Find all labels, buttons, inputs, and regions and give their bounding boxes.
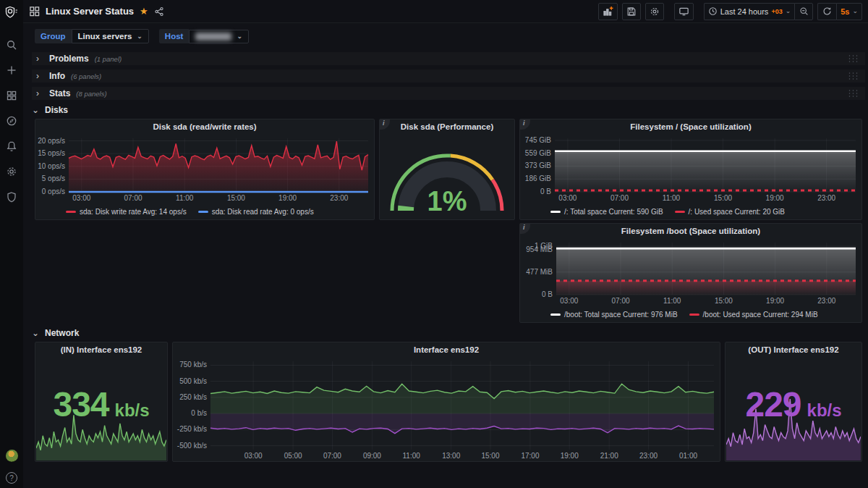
row-info[interactable]: › Info (6 panels) [32,70,865,83]
row-title: Stats [49,88,70,98]
help-icon[interactable]: ? [6,472,17,484]
legend-item[interactable]: /boot: Total space Current: 976 MiB [550,311,678,319]
panel-title[interactable]: Interface ens192 [173,342,720,357]
refresh-interval-label: 5s [841,7,849,16]
row-drag-handle[interactable] [848,54,859,63]
dashboards-icon[interactable] [4,88,20,104]
x-tick-label: 03:00 [244,452,263,460]
share-icon[interactable] [154,7,164,17]
x-tick-label: 01:00 [679,452,697,460]
search-icon[interactable] [4,37,20,53]
net-interface-chart[interactable]: 03:0005:0007:0009:0011:0013:0015:0017:00… [173,357,720,461]
configuration-gear-icon[interactable] [4,164,20,180]
y-tick-label: 20 ops/s [38,137,65,145]
user-avatar[interactable] [6,450,18,462]
dashboard-title[interactable]: Linux Server Status [46,6,134,17]
fs-root-chart[interactable]: 03:0007:0011:0015:0019:0023:000 B186 GiB… [520,134,861,203]
stat-value: 334 [53,384,109,424]
legend-label: sda: Disk write rate Avg: 14 ops/s [80,208,187,216]
panel-title[interactable]: (IN) Interface ens192 [35,342,167,357]
dashboard-settings-button[interactable] [645,3,664,20]
row-disks[interactable]: ⌄ Disks [32,104,68,117]
stat-value-block: 229 kb/s [726,384,861,424]
y-tick-label: 373 GiB [525,161,551,169]
host-variable-select[interactable]: ⌄ [189,30,249,43]
chart-svg: 03:0007:0011:0015:0019:0023:000 B477 MiB… [520,238,861,306]
row-drag-handle[interactable] [848,72,859,80]
refresh-button[interactable] [817,3,836,20]
host-variable-label: Host [159,29,190,43]
x-tick-label: 11:00 [403,452,421,460]
x-tick-label: 11:00 [663,194,681,202]
panel-title[interactable]: Disk sda (Performance) [380,119,514,134]
y-tick-label: 5 ops/s [42,174,65,182]
time-range-picker[interactable]: Last 24 hours +03 ⌄ [704,3,794,20]
y-tick-label: -500 kb/s [177,442,207,450]
x-tick-label: 23:00 [330,194,348,202]
row-drag-handle[interactable] [848,89,859,98]
x-tick-label: 07:00 [124,194,142,202]
submenu: Group Linux servers ⌄ Host ⌄ [23,23,868,49]
time-range-label: Last 24 hours [720,7,769,16]
chevron-right-icon: › [36,54,43,64]
favorite-star-icon[interactable]: ★ [140,6,148,17]
zoom-out-time-button[interactable] [794,3,813,20]
clock-icon [708,7,718,16]
x-tick-label: 19:00 [766,194,784,202]
x-tick-label: 03:00 [558,194,576,202]
chevron-down-icon: ⌄ [32,105,39,115]
legend-item[interactable]: sda: Disk read rate Avg: 0 ops/s [198,208,314,216]
stat-unit: kb/s [115,400,150,421]
y-tick-label: 500 kb/s [179,377,207,385]
legend-swatch [689,314,699,316]
y-tick-label: 15 ops/s [38,149,65,157]
gauge: 1% [380,134,514,219]
chart-legend: /: Total space Current: 590 GiB/: Used s… [520,203,861,219]
refresh-interval-picker[interactable]: 5s ⌄ [836,3,862,20]
row-title: Info [49,71,65,81]
panel-title[interactable]: Filesystem / (Space utilization) [520,119,861,134]
group-variable-value: Linux servers [78,32,132,41]
variable-group: Group Linux servers ⌄ [35,29,149,43]
legend-swatch [66,211,76,213]
series-fill [210,384,714,413]
panel-title[interactable]: Filesystem /boot (Space utilization) [520,224,861,238]
chevron-down-icon: ⌄ [237,33,242,40]
chart-svg: 03:0007:0011:0015:0019:0023:000 ops/s5 o… [35,134,374,203]
disk-rates-chart[interactable]: 03:0007:0011:0015:0019:0023:000 ops/s5 o… [35,134,374,203]
x-tick-label: 21:00 [600,452,618,460]
cycle-view-tv-button[interactable] [674,3,694,20]
navbar-right: Last 24 hours +03 ⌄ 5s ⌄ [598,3,862,20]
legend-swatch [198,211,208,213]
panel-title[interactable]: Disk sda (read/write rates) [35,119,374,134]
x-tick-label: 15:00 [715,297,733,305]
series-fill [556,281,856,295]
row-network[interactable]: ⌄ Network [32,327,79,340]
add-panel-button[interactable] [598,3,618,20]
panel-title[interactable]: (OUT) Interface ens192 [726,342,861,357]
org-logo-icon[interactable] [4,5,19,20]
explore-compass-icon[interactable] [4,113,20,129]
fs-boot-chart[interactable]: 03:0007:0011:0015:0019:0023:000 B477 MiB… [520,238,861,306]
row-problems[interactable]: › Problems (1 panel) [32,52,865,65]
y-tick-label: 0 B [540,188,551,195]
alerting-bell-icon[interactable] [4,138,20,154]
legend-item[interactable]: /: Total space Current: 590 GiB [550,208,663,216]
legend-item[interactable]: /boot: Used space Current: 294 MiB [689,311,818,319]
navbar-left: Linux Server Status ★ [29,6,164,17]
create-icon[interactable] [4,62,20,78]
group-variable-select[interactable]: Linux servers ⌄ [72,29,149,43]
info-glyph: i [523,224,525,231]
host-variable-value-redacted [195,33,231,41]
row-panel-count: (6 panels) [71,72,101,80]
group-variable-label: Group [35,29,72,43]
legend-item[interactable]: sda: Disk write rate Avg: 14 ops/s [66,208,187,216]
chart-legend: /boot: Total space Current: 976 MiB/boot… [520,306,861,322]
legend-item[interactable]: /: Used space Current: 20 GiB [675,208,785,216]
save-dashboard-button[interactable] [622,3,641,20]
x-tick-label: 07:00 [323,452,341,460]
panel-disk-performance: i Disk sda (Performance) 1% [379,119,515,220]
grafana-app: ? Linux Server Status ★ [0,0,868,488]
row-stats[interactable]: › Stats (8 panels) [32,87,865,100]
server-admin-shield-icon[interactable] [4,189,20,205]
